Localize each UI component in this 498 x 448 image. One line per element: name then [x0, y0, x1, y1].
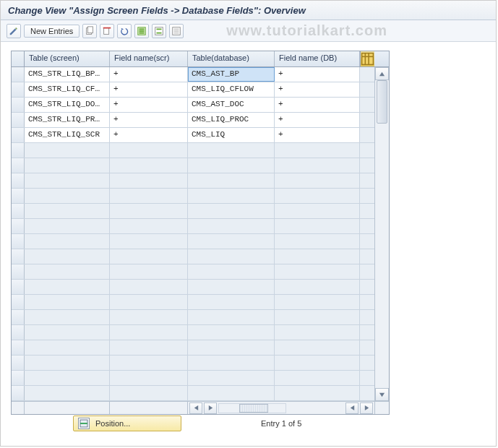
cell-c1 [25, 356, 110, 370]
cell-c3 [188, 340, 275, 355]
col-header-field-name-db[interactable]: Field name (DB) [275, 51, 360, 66]
cell-c3[interactable]: CMS_LIQ_CFLOW [188, 82, 275, 97]
table-row[interactable]: CMS_STR_LIQ_PR…+CMS_LIQ_PROC+ [12, 113, 374, 128]
cell-c3 [188, 204, 275, 218]
cell-c1[interactable]: CMS_STR_LIQ_SCR [25, 128, 110, 142]
row-selector[interactable] [12, 310, 25, 324]
cell-c3 [188, 371, 275, 385]
cell-c1 [25, 310, 110, 324]
undo-change-button[interactable] [117, 24, 132, 38]
configure-columns-button[interactable] [360, 51, 374, 66]
vertical-scrollbar[interactable] [374, 67, 389, 401]
cell-c3[interactable]: CMS_AST_DOC [188, 98, 275, 112]
cell-c2[interactable]: + [110, 98, 188, 112]
toggle-display-change-button[interactable] [7, 24, 21, 38]
cell-c3 [188, 386, 275, 400]
cell-c2 [110, 295, 188, 309]
col-header-field-name-scr[interactable]: Field name(scr) [110, 51, 188, 66]
svg-rect-20 [80, 423, 87, 424]
row-selector[interactable] [12, 356, 25, 370]
cell-c2 [110, 280, 188, 294]
row-selector-header[interactable] [12, 51, 25, 66]
scroll-up-button[interactable] [375, 67, 389, 80]
table-row [12, 189, 374, 204]
col-header-table-database[interactable]: Table(database) [188, 51, 275, 66]
svg-rect-14 [174, 32, 179, 33]
table-row[interactable]: CMS_STR_LIQ_CF…+CMS_LIQ_CFLOW+ [12, 82, 374, 98]
table-area: Table (screen) Field name(scr) Table(dat… [1, 42, 496, 415]
cell-c1[interactable]: CMS_STR_LIQ_PR… [25, 113, 110, 127]
cell-c4[interactable]: + [275, 67, 360, 82]
row-selector[interactable] [12, 325, 25, 340]
vscroll-thumb[interactable] [377, 80, 387, 124]
cell-c2[interactable]: + [110, 113, 188, 127]
row-selector[interactable] [12, 280, 25, 294]
select-all-button[interactable] [134, 24, 149, 38]
cell-c2[interactable]: + [110, 67, 188, 82]
cell-c1 [25, 234, 110, 249]
row-selector[interactable] [12, 249, 25, 264]
row-selector[interactable] [12, 204, 25, 218]
rows-container: CMS_STR_LIQ_BP…+CMS_AST_BP+CMS_STR_LIQ_C… [12, 67, 374, 401]
row-selector[interactable] [12, 234, 25, 249]
cell-c3[interactable]: CMS_AST_BP [188, 67, 275, 82]
row-selector[interactable] [12, 173, 25, 188]
scroll-right-button-2[interactable] [360, 402, 373, 414]
grid-header-row: Table (screen) Field name(scr) Table(dat… [12, 51, 389, 67]
cell-c1[interactable]: CMS_STR_LIQ_CF… [25, 82, 110, 97]
table-row [12, 219, 374, 234]
cell-c1 [25, 143, 110, 158]
cell-c3 [188, 219, 275, 233]
row-selector[interactable] [12, 189, 25, 203]
table-row [12, 325, 374, 340]
row-selector[interactable] [12, 143, 25, 158]
scroll-down-button[interactable] [375, 388, 389, 401]
table-row [12, 310, 374, 325]
cell-c3[interactable]: CMS_LIQ [188, 128, 275, 142]
hscroll-thumb[interactable] [239, 404, 268, 413]
row-selector[interactable] [12, 158, 25, 173]
cell-c1[interactable]: CMS_STR_LIQ_DO… [25, 98, 110, 112]
scroll-left-button[interactable] [189, 402, 202, 414]
row-selector[interactable] [12, 113, 25, 127]
table-row[interactable]: CMS_STR_LIQ_BP…+CMS_AST_BP+ [12, 67, 374, 82]
copy-as-button[interactable] [82, 24, 97, 38]
scroll-left-button-2[interactable] [345, 402, 359, 414]
cell-c4 [275, 143, 360, 158]
svg-rect-15 [362, 53, 374, 65]
cell-c2[interactable]: + [110, 128, 188, 142]
row-selector[interactable] [12, 340, 25, 355]
row-selector[interactable] [12, 98, 25, 112]
row-selector[interactable] [12, 67, 25, 82]
row-selector[interactable] [12, 264, 25, 279]
hscroll-track[interactable] [218, 403, 286, 413]
cell-c4[interactable]: + [275, 113, 360, 127]
row-selector[interactable] [12, 386, 25, 400]
table-row[interactable]: CMS_STR_LIQ_DO…+CMS_AST_DOC+ [12, 98, 374, 113]
cell-c1[interactable]: CMS_STR_LIQ_BP… [25, 67, 110, 82]
cell-c3[interactable]: CMS_LIQ_PROC [188, 113, 275, 127]
cell-c4[interactable]: + [275, 82, 360, 97]
cell-c2 [110, 143, 188, 158]
delete-button[interactable] [100, 24, 114, 38]
scroll-right-button[interactable] [204, 402, 217, 414]
cell-c2[interactable]: + [110, 82, 188, 97]
vscroll-track[interactable] [375, 80, 389, 388]
col-header-table-screen[interactable]: Table (screen) [25, 51, 110, 66]
new-entries-button[interactable]: New Entries [24, 25, 80, 38]
row-selector[interactable] [12, 128, 25, 142]
row-selector[interactable] [12, 295, 25, 309]
row-selector[interactable] [12, 82, 25, 97]
position-button[interactable]: Position... [73, 415, 181, 431]
cell-c4 [275, 310, 360, 324]
row-selector[interactable] [12, 371, 25, 385]
deselect-all-button[interactable] [169, 24, 184, 38]
row-selector[interactable] [12, 219, 25, 233]
select-block-button[interactable] [152, 24, 166, 38]
cell-c3 [188, 173, 275, 188]
cell-c4[interactable]: + [275, 98, 360, 112]
cell-c4[interactable]: + [275, 128, 360, 142]
cell-c4 [275, 340, 360, 355]
cell-c2 [110, 219, 188, 233]
table-row[interactable]: CMS_STR_LIQ_SCR+CMS_LIQ+ [12, 128, 374, 143]
